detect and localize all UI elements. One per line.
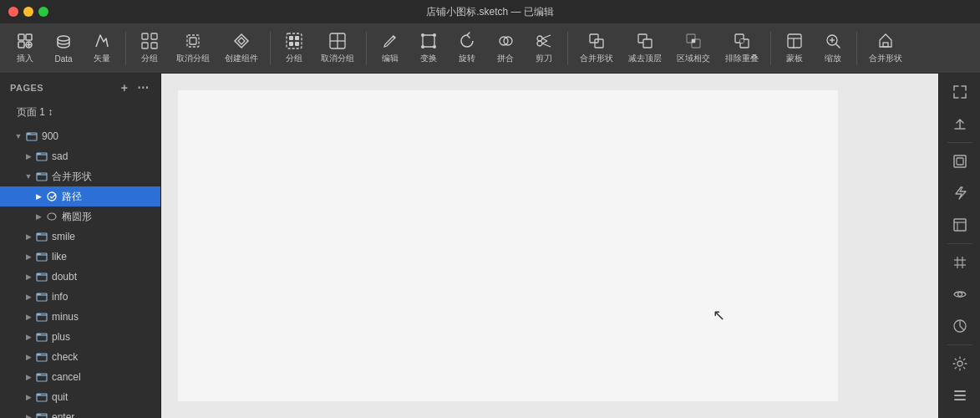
edit-button[interactable]: 编辑 (372, 28, 409, 68)
component-button[interactable]: 创建组件 (218, 28, 265, 68)
export-up-button[interactable] (945, 109, 975, 139)
maximize-button[interactable] (38, 7, 48, 17)
layer-check-label: check (52, 351, 78, 363)
frame-button[interactable] (945, 210, 975, 240)
layer-merge-shape[interactable]: ▼ 合并形状 (0, 166, 160, 186)
path-icon (45, 190, 58, 203)
ungroup-button[interactable]: 取消分组 (170, 28, 216, 68)
main-area: PAGES + ⋯ 页面 1 ↕ ▼ 900 ▶ (0, 74, 980, 418)
insert-label: 插入 (17, 53, 33, 64)
minimize-button[interactable] (23, 7, 33, 17)
layer-900[interactable]: ▼ 900 (0, 126, 160, 146)
chevron-right-icon: ▶ (23, 272, 33, 282)
svg-rect-13 (287, 33, 302, 48)
close-button[interactable] (8, 7, 18, 17)
rotate-button[interactable]: 旋转 (449, 28, 485, 68)
svg-rect-12 (190, 38, 196, 44)
chevron-right-icon: ▶ (23, 332, 33, 342)
canvas[interactable]: ↖ (161, 74, 938, 418)
svg-rect-14 (289, 36, 293, 40)
dedup-button[interactable]: 排除重叠 (718, 28, 765, 68)
scissors-button[interactable]: 剪刀 (526, 28, 562, 68)
data-button[interactable]: Data (45, 30, 82, 67)
chevron-right-icon: ▶ (23, 232, 33, 242)
fit-button[interactable] (945, 77, 975, 107)
svg-line-46 (836, 44, 840, 48)
rp-divider-2 (947, 243, 972, 244)
layer-info[interactable]: ▶ info (0, 287, 160, 307)
chevron-right-icon: ▶ (23, 292, 33, 302)
layer-ellipse[interactable]: ▶ 椭圆形 (0, 206, 160, 227)
svg-point-25 (433, 45, 436, 48)
folder-icon (35, 410, 48, 418)
chevron-right-icon: ▶ (23, 312, 33, 322)
subtract-icon (636, 32, 654, 50)
layer-minus[interactable]: ▶ minus (0, 307, 160, 327)
toolbar: 插入 Data 矢量 分组 (0, 23, 980, 74)
svg-rect-2 (18, 42, 24, 48)
layer-sad[interactable]: ▶ sad (0, 146, 160, 166)
fit2-button[interactable] (945, 146, 975, 176)
layer-plus[interactable]: ▶ plus (0, 327, 160, 347)
group-button[interactable]: 分组 (131, 28, 168, 68)
combine-button[interactable]: 拼合 (487, 28, 524, 68)
layer-check[interactable]: ▶ check (0, 347, 160, 367)
sidebar-header-actions: + ⋯ (117, 80, 150, 95)
svg-rect-11 (187, 35, 199, 47)
svg-rect-53 (37, 153, 41, 155)
mergeShape-button[interactable]: 合并形状 (862, 28, 909, 68)
layer-smile[interactable]: ▶ smile (0, 227, 160, 247)
chart-button[interactable] (945, 311, 975, 341)
insert-button[interactable]: 插入 (7, 28, 43, 68)
svg-rect-61 (37, 253, 41, 255)
layer-path[interactable]: ▶ 路径 (0, 186, 160, 206)
layer-enter[interactable]: ▶ enter (0, 407, 160, 418)
svg-rect-7 (142, 33, 148, 39)
template-button[interactable]: 蒙板 (776, 28, 813, 68)
layer-path-label: 路径 (62, 190, 82, 204)
svg-point-23 (433, 33, 436, 37)
flash-button[interactable] (945, 178, 975, 208)
svg-rect-55 (37, 173, 41, 175)
subtract-button[interactable]: 减去顶层 (622, 28, 668, 68)
layer-doubt-label: doubt (52, 271, 77, 283)
transform-button[interactable]: 变换 (410, 28, 447, 68)
eye-button[interactable] (945, 279, 975, 309)
vector-button[interactable]: 矢量 (84, 28, 120, 68)
svg-point-29 (537, 41, 542, 46)
settings-button[interactable] (945, 349, 975, 379)
group2-label: 分组 (286, 53, 302, 64)
svg-rect-92 (954, 395, 966, 396)
subtract-label: 减去顶层 (628, 53, 662, 64)
svg-rect-59 (37, 233, 41, 235)
layer-merge-shape-label: 合并形状 (52, 170, 92, 184)
pages-menu-button[interactable]: ⋯ (135, 80, 150, 95)
zoom-label: 缩放 (825, 53, 841, 64)
add-page-button[interactable]: + (117, 80, 132, 95)
group2-button[interactable]: 分组 (276, 28, 312, 68)
intersect-icon (684, 32, 703, 50)
ungroup2-button[interactable]: 取消分组 (314, 28, 361, 68)
folder-icon (35, 270, 48, 283)
layer-sad-label: sad (52, 150, 68, 162)
svg-point-56 (48, 192, 56, 201)
mergeShape-icon (876, 32, 895, 50)
merge-button[interactable]: 合并形状 (573, 28, 620, 68)
more-button[interactable] (945, 380, 975, 410)
ungroup-label: 取消分组 (176, 53, 210, 64)
intersect-label: 区域相交 (677, 53, 710, 64)
intersect-button[interactable]: 区域相交 (670, 28, 717, 68)
page-item-1[interactable]: 页面 1 ↕ (0, 102, 160, 123)
chevron-down-icon: ▼ (23, 171, 33, 181)
zoom-button[interactable]: 缩放 (815, 28, 851, 68)
svg-rect-8 (151, 33, 157, 39)
toolbar-divider-2 (270, 32, 271, 65)
layer-quit[interactable]: ▶ quit (0, 387, 160, 407)
layer-cancel[interactable]: ▶ cancel (0, 367, 160, 387)
chevron-right-icon: ▶ (23, 151, 33, 161)
svg-line-30 (542, 35, 551, 38)
layer-like[interactable]: ▶ like (0, 247, 160, 267)
svg-rect-1 (26, 34, 32, 40)
grid-button[interactable] (945, 247, 975, 278)
layer-doubt[interactable]: ▶ doubt (0, 267, 160, 287)
